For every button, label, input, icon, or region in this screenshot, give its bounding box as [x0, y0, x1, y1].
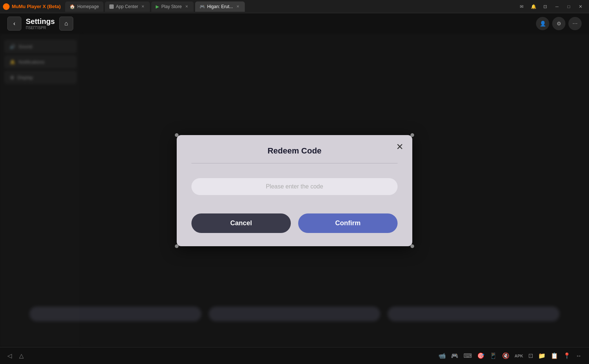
bottom-bar: ◁ △ 📹 🎮 ⌨ 🎯 📱 🔇 APK ⊡ 📁 📋 📍 ↔ [0, 347, 589, 364]
tab-appcenter-icon [109, 4, 114, 9]
tab-homepage-label: Homepage [77, 4, 99, 9]
toolbar-more-icon[interactable]: ⋯ [568, 17, 582, 30]
pip-bottom-icon[interactable]: ⊡ [528, 352, 533, 359]
main-area: 🔊 Sound 🔔 Notifications 🖥 Display ✕ Rede… [0, 34, 589, 347]
back-nav-icon[interactable]: ◁ [7, 352, 12, 359]
maximize-button[interactable]: □ [563, 1, 574, 12]
handle-bottom-left[interactable] [175, 244, 179, 248]
tab-playstore[interactable]: ▶ Play Store ✕ [151, 1, 193, 12]
keyboard-icon[interactable]: ⌨ [463, 352, 472, 359]
bottom-right-controls: 📹 🎮 ⌨ 🎯 📱 🔇 APK ⊡ 📁 📋 📍 ↔ [438, 352, 582, 359]
gamepad-icon[interactable]: 🎮 [451, 352, 458, 359]
tab-higan-close[interactable]: ✕ [235, 4, 240, 9]
location-icon[interactable]: 📍 [563, 352, 571, 359]
dialog-title: Redeem Code [191, 146, 398, 156]
tab-higan-icon: 🎮 [200, 4, 205, 9]
toolbar-settings-icon[interactable]: ⚙ [552, 17, 565, 30]
tab-appcenter[interactable]: App Center ✕ [105, 1, 150, 12]
tab-homepage[interactable]: 🏠 Homepage [65, 1, 103, 12]
dialog-divider [191, 163, 398, 163]
settings-subtitle: ΠSΕΓΓISΡR [26, 26, 55, 30]
toolbar-right: 👤 ⚙ ⋯ [536, 17, 582, 30]
resize-icon[interactable]: ↔ [576, 353, 582, 359]
apk-icon[interactable]: APK [515, 354, 523, 358]
rotate-icon[interactable]: 📱 [490, 352, 497, 359]
tab-higan-label: Higan: Erut... [207, 4, 233, 9]
folder-icon[interactable]: 📁 [538, 352, 546, 359]
notification-button[interactable]: 🔔 [528, 1, 539, 12]
handle-top-left[interactable] [175, 133, 179, 137]
tab-playstore-close[interactable]: ✕ [184, 4, 189, 9]
tab-appcenter-label: App Center [116, 4, 138, 9]
home-button[interactable]: ⌂ [59, 17, 73, 31]
tab-playstore-icon: ▶ [156, 4, 159, 9]
bottom-left-controls: ◁ △ [7, 352, 24, 359]
toolbar: ‹ Settings ΠSΕΓΓISΡR ⌂ 👤 ⚙ ⋯ [0, 13, 589, 34]
minimize-button[interactable]: ─ [551, 1, 562, 12]
home-nav-icon[interactable]: △ [19, 352, 24, 359]
home-icon: ⌂ [64, 20, 68, 27]
clipboard-icon[interactable]: 📋 [551, 352, 558, 359]
pip-button[interactable]: ⊡ [540, 1, 551, 12]
toolbar-avatar[interactable]: 👤 [536, 17, 549, 30]
tab-higan[interactable]: 🎮 Higan: Erut... ✕ [195, 1, 245, 12]
app-logo: MuMu Player X (Beta) [3, 3, 61, 10]
redeem-code-dialog: ✕ Redeem Code Cancel Confirm [177, 135, 412, 246]
handle-bottom-right[interactable] [410, 244, 414, 248]
back-button[interactable]: ‹ [7, 17, 21, 31]
mail-button[interactable]: ✉ [516, 1, 527, 12]
camera-icon[interactable]: 📹 [438, 352, 446, 359]
title-bar: MuMu Player X (Beta) 🏠 Homepage App Cent… [0, 0, 589, 13]
dialog-buttons: Cancel Confirm [191, 213, 398, 233]
window-controls: ✉ 🔔 ⊡ ─ □ ✕ [516, 1, 586, 12]
confirm-button[interactable]: Confirm [298, 213, 398, 233]
logo-icon [3, 3, 10, 10]
code-input[interactable] [191, 178, 398, 195]
settings-title: Settings [26, 17, 55, 25]
back-icon: ‹ [13, 20, 15, 27]
handle-top-right[interactable] [410, 133, 414, 137]
close-button[interactable]: ✕ [575, 1, 586, 12]
controller-icon[interactable]: 🎯 [477, 352, 484, 359]
tab-appcenter-close[interactable]: ✕ [140, 4, 145, 9]
tab-home-icon: 🏠 [70, 4, 75, 9]
volume-icon[interactable]: 🔇 [502, 352, 509, 359]
cancel-button[interactable]: Cancel [191, 213, 291, 233]
app-name: MuMu Player X (Beta) [12, 4, 61, 9]
dialog-close-button[interactable]: ✕ [396, 142, 403, 151]
tab-playstore-label: Play Store [161, 4, 181, 9]
dialog-overlay: ✕ Redeem Code Cancel Confirm [0, 34, 589, 347]
settings-title-group: Settings ΠSΕΓΓISΡR [26, 17, 55, 30]
